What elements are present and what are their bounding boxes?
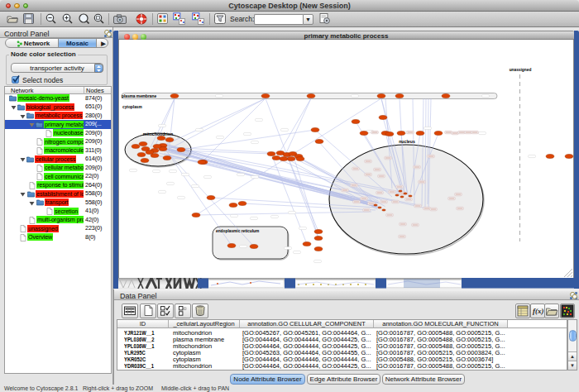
svg-text:mitochondrion: mitochondrion: [143, 131, 173, 136]
svg-text:f(x): f(x): [533, 307, 544, 315]
svg-text:plasma membrane: plasma membrane: [122, 94, 156, 98]
svg-text:endoplasmic reticulum: endoplasmic reticulum: [216, 229, 259, 233]
svg-text:nucleus: nucleus: [399, 139, 415, 144]
svg-text:cytoplasm: cytoplasm: [122, 105, 142, 109]
svg-text:unassigned: unassigned: [510, 68, 532, 72]
